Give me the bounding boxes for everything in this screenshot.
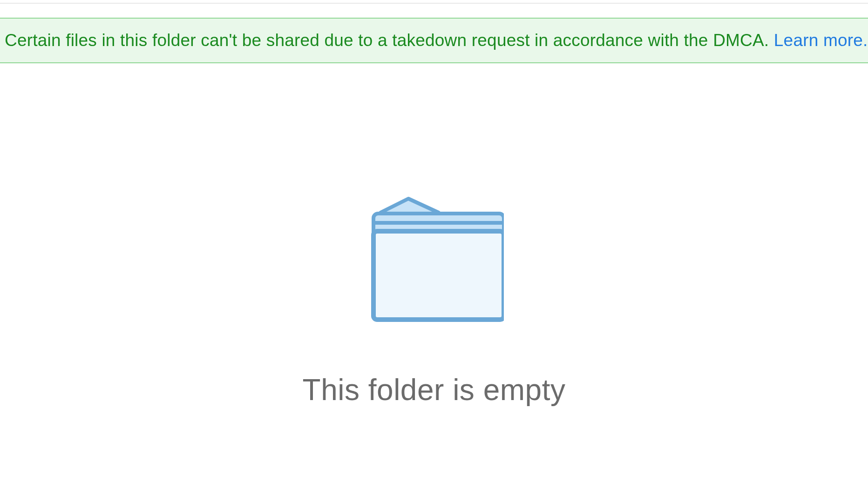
dmca-notice-text: Certain files in this folder can't be sh… (5, 31, 769, 50)
empty-folder-state: This folder is empty (0, 196, 868, 407)
folder-icon (364, 196, 504, 324)
top-divider (0, 0, 868, 4)
empty-folder-label: This folder is empty (303, 373, 566, 407)
learn-more-link[interactable]: Learn more. (774, 31, 868, 50)
dmca-notice-banner: Certain files in this folder can't be sh… (0, 18, 868, 63)
svg-rect-2 (373, 231, 504, 320)
